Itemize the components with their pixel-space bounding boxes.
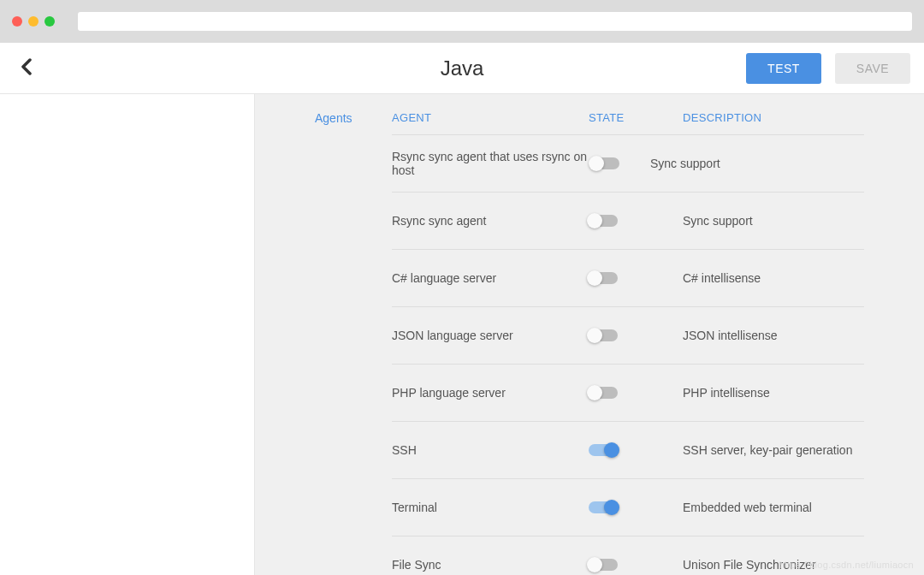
window-minimize-icon[interactable]: [28, 16, 38, 27]
back-button[interactable]: [14, 53, 39, 84]
section-nav: Agents: [255, 94, 392, 575]
agent-state-cell: [589, 329, 683, 341]
agent-name: Rsync sync agent that uses rsync on host: [392, 150, 590, 177]
agent-toggle[interactable]: [589, 501, 618, 513]
col-header-state: STATE: [589, 111, 683, 124]
chevron-left-icon: [21, 58, 33, 75]
toggle-knob: [587, 213, 602, 228]
table-row: JSON language serverJSON intellisense: [392, 307, 864, 365]
toggle-knob: [587, 328, 602, 343]
agent-description: Sync support: [650, 157, 864, 170]
agent-name: PHP language server: [392, 386, 589, 400]
save-button[interactable]: SAVE: [835, 53, 910, 84]
toggle-knob: [604, 442, 619, 458]
window-maximize-icon[interactable]: [44, 16, 55, 27]
agent-name: JSON language server: [392, 329, 589, 342]
agent-name: File Sync: [392, 558, 589, 572]
page-title: Java: [441, 56, 484, 80]
table-row: TerminalEmbedded web terminal: [392, 479, 864, 536]
agent-state-cell: [589, 387, 683, 399]
left-gutter: [0, 94, 255, 575]
table-row: C# language serverC# intellisense: [392, 250, 864, 307]
agent-toggle[interactable]: [589, 272, 618, 284]
table-row: PHP language serverPHP intellisense: [392, 365, 864, 422]
agent-state-cell: [589, 501, 683, 513]
agent-toggle[interactable]: [589, 559, 618, 571]
agent-name: Terminal: [392, 501, 589, 514]
agent-toggle[interactable]: [589, 329, 618, 341]
agent-description: Embedded web terminal: [683, 501, 864, 514]
watermark: https://blog.csdn.net/liumiaocn: [779, 560, 914, 570]
agent-name: SSH: [392, 443, 589, 457]
url-bar[interactable]: [78, 12, 912, 31]
agent-name: Rsync sync agent: [392, 214, 589, 228]
agent-state-cell: [589, 559, 683, 571]
agents-table: AGENT STATE DESCRIPTION Rsync sync agent…: [392, 94, 924, 575]
agent-toggle[interactable]: [590, 157, 619, 169]
main-panel: Agents AGENT STATE DESCRIPTION Rsync syn…: [255, 94, 924, 575]
agent-state-cell: [589, 215, 683, 227]
test-button[interactable]: TEST: [746, 53, 821, 84]
agent-state-cell: [590, 157, 650, 169]
table-row: SSHSSH server, key-pair generation: [392, 422, 864, 479]
table-header: AGENT STATE DESCRIPTION: [392, 94, 864, 135]
toggle-knob: [587, 385, 602, 400]
toggle-knob: [589, 156, 604, 171]
agent-description: C# intellisense: [683, 271, 864, 285]
agent-description: PHP intellisense: [683, 386, 864, 400]
window-close-icon[interactable]: [12, 16, 22, 27]
toggle-knob: [587, 270, 602, 286]
agent-toggle[interactable]: [589, 215, 618, 227]
agent-state-cell: [589, 444, 683, 456]
table-row: Rsync sync agent that uses rsync on host…: [392, 135, 864, 193]
toggle-knob: [604, 500, 619, 515]
agent-description: SSH server, key-pair generation: [683, 443, 864, 457]
agent-toggle[interactable]: [589, 387, 618, 399]
agent-description: JSON intellisense: [683, 329, 864, 342]
agent-toggle[interactable]: [589, 444, 618, 456]
agent-description: Sync support: [683, 214, 864, 228]
browser-chrome: [0, 0, 924, 43]
toggle-knob: [587, 557, 602, 572]
agent-state-cell: [589, 272, 683, 284]
page-header: Java TEST SAVE: [0, 43, 924, 94]
col-header-description: DESCRIPTION: [683, 111, 864, 124]
col-header-agent: AGENT: [392, 111, 589, 124]
table-row: Rsync sync agentSync support: [392, 193, 864, 250]
agent-name: C# language server: [392, 271, 589, 285]
section-nav-agents[interactable]: Agents: [315, 111, 352, 125]
content-area: Agents AGENT STATE DESCRIPTION Rsync syn…: [0, 94, 924, 575]
